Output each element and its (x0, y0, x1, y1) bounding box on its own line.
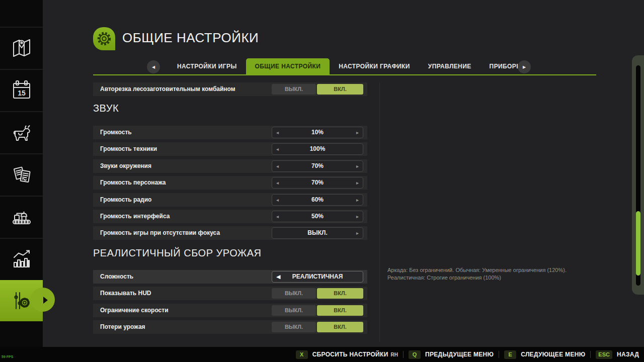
tab-graphics-settings[interactable]: НАСТРОЙКИ ГРАФИКИ (330, 58, 419, 75)
settings-icon (10, 289, 34, 313)
toggle-control: ВЫКЛ. ВКЛ. (272, 304, 363, 317)
setting-row-volume[interactable]: Громкость ◂ 10% ▸ (93, 126, 367, 139)
page-title-badge (93, 27, 115, 50)
setting-row-character-volume[interactable]: Громкость персонажа ◂ 70% ▸ (93, 176, 367, 190)
tabs-next-button[interactable]: ▶ (518, 60, 531, 73)
sidebar-item-production[interactable] (0, 196, 43, 237)
stepper-value: 100% (272, 144, 363, 154)
setting-row-harvest-loss[interactable]: Потери урожая ВЫКЛ. ВКЛ. (93, 320, 367, 334)
setting-label: Звуки окружения (100, 159, 151, 173)
setting-label: Авторезка лесозаготовительным комбайном (100, 82, 235, 96)
keybind-next-menu[interactable]: E СЛЕДУЮЩЕЕ МЕНЮ (504, 350, 585, 359)
tabs-prev-button[interactable]: ◀ (147, 60, 160, 73)
setting-row-focus-volume[interactable]: Громкость игры при отсутствии фокуса ◂ В… (93, 226, 367, 240)
stepper-control: ◂ 70% ▸ (272, 176, 363, 190)
toggle-on-button[interactable]: ВКЛ. (317, 288, 363, 299)
general-settings-screen: 15 (0, 0, 644, 362)
setting-label: Ограничение скорости (100, 304, 169, 317)
stepper-right-icon[interactable]: ▸ (356, 127, 359, 138)
stepper-control: ◂ ВЫКЛ. ▸ (272, 226, 363, 240)
setting-row-difficulty[interactable]: Сложность ◀ РЕАЛИСТИЧНАЯ ▸ (93, 270, 367, 284)
key-badge-x: X (296, 350, 308, 359)
contracts-icon (10, 162, 34, 187)
stepper-value: 10% (272, 127, 363, 138)
keybind-label: СЛЕДУЮЩЕЕ МЕНЮ (521, 351, 585, 358)
setting-row-ui-volume[interactable]: Громкость интерфейса ◂ 50% ▸ (93, 210, 367, 223)
setting-label: Громкость игры при отсутствии фокуса (100, 226, 220, 240)
stepper-control: ◂ 70% ▸ (272, 159, 363, 173)
toggle-off-button[interactable]: ВЫКЛ. (272, 305, 316, 316)
chevron-right-icon: ▶ (523, 65, 526, 69)
toggle-on-button[interactable]: ВКЛ. (317, 305, 363, 316)
section-title-harvest: РЕАЛИСТИЧНЫЙ СБОР УРОЖАЯ (93, 247, 262, 259)
keybind-reset-settings[interactable]: X СБРОСИТЬ НАСТРОЙКИ RH (296, 350, 398, 359)
stepper-left-icon[interactable]: ◂ (276, 144, 279, 154)
stepper-value: 70% (272, 161, 363, 171)
calendar-icon: 15 (10, 78, 34, 102)
tab-game-settings[interactable]: НАСТРОЙКИ ИГРЫ (168, 58, 246, 75)
sidebar-item-contracts[interactable] (0, 153, 43, 195)
tab-controls[interactable]: УПРАВЛЕНИЕ (419, 58, 480, 75)
setting-row-radio-volume[interactable]: Громкость радио ◂ 60% ▸ (93, 193, 367, 207)
sidebar-item-calendar[interactable]: 15 (0, 69, 43, 110)
key-badge-q: Q (409, 350, 421, 359)
setting-row-autocut[interactable]: Авторезка лесозаготовительным комбайном … (93, 82, 367, 96)
stepper-left-icon[interactable]: ◂ (276, 211, 279, 222)
setting-row-speed-limit[interactable]: Ограничение скорости ВЫКЛ. ВКЛ. (93, 304, 367, 317)
scrollbar-track[interactable] (636, 65, 640, 286)
cow-icon (10, 120, 34, 144)
keybind-previous-menu[interactable]: Q ПРЕДЫДУЩЕЕ МЕНЮ (409, 350, 494, 359)
stepper-right-icon[interactable]: ▸ (356, 211, 359, 222)
divider (403, 351, 404, 358)
fps-counter: 59 FPS (2, 355, 13, 358)
toggle-off-button[interactable]: ВЫКЛ. (272, 322, 316, 332)
keybind-label: НАЗАД (617, 351, 639, 358)
sidebar-item-map[interactable] (0, 27, 43, 68)
setting-row-show-hud[interactable]: Показывать HUD ВЫКЛ. ВКЛ. (93, 287, 367, 300)
statistics-icon (10, 247, 34, 271)
stepper-right-icon[interactable]: ▸ (356, 161, 359, 171)
stepper-value: 50% (272, 211, 363, 222)
divider (590, 351, 591, 358)
stepper-value: 70% (272, 177, 363, 188)
keybind-bar: X СБРОСИТЬ НАСТРОЙКИ RH Q ПРЕДЫДУЩЕЕ МЕН… (0, 347, 644, 362)
keybind-label-suffix: RH (391, 352, 398, 357)
stepper-left-icon[interactable]: ◂ (276, 177, 279, 188)
divider (499, 351, 499, 358)
toggle-on-button[interactable]: ВКЛ. (317, 322, 363, 332)
key-badge-esc: ESC (596, 350, 612, 359)
stepper-value: ВЫКЛ. (272, 228, 363, 238)
scrollbar[interactable] (632, 55, 644, 295)
sidebar-item-statistics[interactable] (0, 238, 43, 279)
stepper-left-icon[interactable]: ◂ (276, 195, 279, 205)
stepper-control: ◂ 10% ▸ (272, 126, 363, 139)
toggle-off-button[interactable]: ВЫКЛ. (272, 288, 316, 299)
toggle-control: ВЫКЛ. ВКЛ. (272, 82, 363, 96)
setting-row-vehicle-volume[interactable]: Громкость техники ◂ 100% ▸ (93, 142, 367, 156)
stepper-value: РЕАЛИСТИЧНАЯ (272, 272, 363, 282)
toggle-off-button[interactable]: ВЫКЛ. (272, 84, 316, 95)
setting-description: Аркада: Без ограничений. Обычная: Умерен… (387, 266, 609, 282)
toggle-control: ВЫКЛ. ВКЛ. (272, 320, 363, 334)
setting-row-ambience-volume[interactable]: Звуки окружения ◂ 70% ▸ (93, 159, 367, 173)
stepper-left-icon[interactable]: ◂ (276, 127, 279, 138)
stepper-right-icon[interactable]: ▸ (356, 195, 359, 205)
keybind-back[interactable]: ESC НАЗАД (596, 350, 639, 359)
map-icon (10, 36, 34, 60)
stepper-right-icon[interactable]: ▸ (356, 228, 359, 238)
toggle-on-button[interactable]: ВКЛ. (317, 84, 363, 95)
stepper-control: ◂ 60% ▸ (272, 193, 363, 207)
tab-general-settings[interactable]: ОБЩИЕ НАСТРОЙКИ (246, 58, 330, 75)
stepper-right-icon[interactable]: ▸ (356, 177, 359, 188)
page-title: ОБЩИЕ НАСТРОЙКИ (122, 30, 259, 46)
stepper-left-icon[interactable]: ◀ (276, 272, 280, 282)
scrollbar-thumb[interactable] (636, 211, 640, 276)
chevron-left-icon: ◀ (152, 65, 155, 69)
sidebar-active-bump (31, 288, 55, 312)
setting-label: Громкость радио (100, 193, 151, 207)
stepper-left-icon[interactable]: ◂ (276, 161, 279, 171)
stepper-control: ◀ РЕАЛИСТИЧНАЯ ▸ (272, 270, 363, 284)
description-line: Аркада: Без ограничений. Обычная: Умерен… (387, 266, 609, 274)
sidebar-item-animals[interactable] (0, 111, 43, 152)
setting-label: Сложность (100, 270, 133, 284)
